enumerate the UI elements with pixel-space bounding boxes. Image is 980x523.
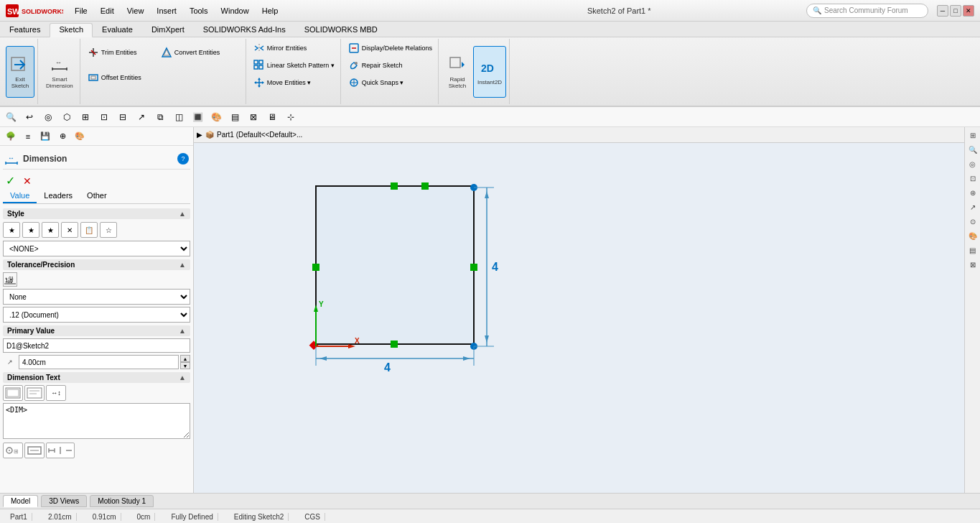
rsb-btn-7[interactable]: ⊙ (966, 215, 979, 228)
minimize-button[interactable]: ─ (937, 5, 948, 17)
view-tab-model[interactable]: Model (3, 495, 38, 507)
precision-dropdown[interactable]: .12 (Document) (3, 307, 190, 323)
tab-sketch[interactable]: Sketch (50, 23, 93, 37)
menu-tools[interactable]: Tools (184, 5, 214, 17)
quick-snaps-button[interactable]: Quick Snaps ▾ (345, 75, 407, 91)
dimension-name-input[interactable] (3, 338, 190, 353)
dim-icon-btn-3[interactable]: ↔↕ (46, 385, 66, 401)
dim-text-area[interactable]: <DIM> (3, 403, 190, 439)
view-toolbar-btn-4[interactable]: ⬡ (59, 109, 75, 125)
smart-dimension-button[interactable]: ↔ Smart Dimension (42, 46, 77, 98)
tab-dimxpert[interactable]: DimXpert (142, 23, 194, 37)
style-section-header[interactable]: Style ▲ (3, 208, 190, 219)
dim-icon-btn-4[interactable]: ⊞ (3, 443, 23, 458)
panel-btn-tree[interactable]: 🌳 (3, 129, 19, 144)
offset-entities-button[interactable]: Offset Entities (85, 70, 157, 85)
spin-up-button[interactable]: ▲ (180, 355, 190, 362)
style-btn-empty[interactable]: ☆ (100, 222, 117, 238)
style-btn-3[interactable]: ★ (42, 222, 59, 238)
dim-icon-btn-1[interactable] (3, 385, 23, 401)
view-toolbar-btn-3[interactable]: ◎ (40, 109, 56, 125)
view-toolbar-btn-13[interactable]: ▤ (227, 109, 243, 125)
tab-features[interactable]: Features (0, 23, 50, 37)
left-panel: 🌳 ≡ 💾 ⊕ 🎨 ↔ Dimension ? ✓ ✕ (0, 127, 194, 493)
view-toolbar-btn-7[interactable]: ⊟ (115, 109, 131, 125)
menu-view[interactable]: View (121, 5, 150, 17)
menu-file[interactable]: File (69, 5, 93, 17)
mirror-entities-button[interactable]: Mirror Entities (251, 40, 310, 56)
dim-icon-btn-5[interactable] (24, 443, 45, 458)
tab-value[interactable]: Value (3, 189, 37, 203)
panel-btn-list[interactable]: ≡ (20, 129, 36, 144)
tolerance-icon-1[interactable]: 1.5+.01-.01 (3, 272, 17, 287)
linear-sketch-pattern-button[interactable]: Linear Sketch Pattern ▾ (251, 57, 337, 73)
help-button[interactable]: ? (177, 153, 189, 165)
tree-icon: 📦 (205, 131, 214, 139)
view-toolbar-btn-12[interactable]: 🎨 (208, 109, 224, 125)
view-toolbar-btn-6[interactable]: ⊡ (96, 109, 112, 125)
style-btn-copy[interactable]: 📋 (80, 222, 98, 238)
style-btn-1[interactable]: ★ (3, 222, 20, 238)
view-toolbar-btn-2[interactable]: ↩ (22, 109, 37, 125)
menu-insert[interactable]: Insert (151, 5, 182, 17)
style-btn-delete[interactable]: ✕ (61, 222, 78, 238)
view-tab-3d[interactable]: 3D Views (41, 495, 87, 507)
rsb-btn-1[interactable]: ⊞ (966, 129, 979, 142)
menu-edit[interactable]: Edit (95, 5, 120, 17)
accept-button[interactable]: ✓ (6, 175, 15, 187)
tree-header-arrow[interactable]: ▶ (197, 131, 202, 139)
rsb-btn-3[interactable]: ◎ (966, 157, 979, 170)
search-box[interactable]: 🔍 Search Community Forum (806, 4, 928, 18)
spin-down-button[interactable]: ▼ (180, 362, 190, 369)
style-dropdown[interactable]: <NONE> (3, 241, 190, 256)
ribbon-group-dimension: ↔ Smart Dimension (39, 39, 80, 104)
rsb-btn-6[interactable]: ↗ (966, 200, 979, 213)
view-toolbar-btn-9[interactable]: ⧉ (152, 109, 168, 125)
panel-btn-add[interactable]: ⊕ (55, 129, 70, 144)
exit-sketch-button[interactable]: Exit Sketch (6, 46, 34, 98)
panel-btn-save[interactable]: 💾 (37, 129, 53, 144)
value-input[interactable] (19, 355, 179, 369)
repair-sketch-button[interactable]: Repair Sketch (345, 57, 406, 73)
rsb-btn-9[interactable]: ▤ (966, 244, 979, 256)
tab-evaluate[interactable]: Evaluate (93, 23, 142, 37)
tab-leaders[interactable]: Leaders (37, 189, 80, 203)
rsb-btn-10[interactable]: ⊠ (966, 258, 979, 271)
instant2d-button[interactable]: 2D Instant2D (473, 46, 506, 98)
dim-text-section-header[interactable]: Dimension Text ▲ (3, 372, 190, 383)
view-toolbar-btn-10[interactable]: ◫ (171, 109, 187, 125)
reject-button[interactable]: ✕ (23, 175, 32, 187)
view-toolbar-btn-14[interactable]: ⊠ (246, 109, 261, 125)
tab-addins[interactable]: SOLIDWORKS Add-Ins (194, 23, 295, 37)
dim-icon-btn-2[interactable] (24, 385, 45, 401)
menu-help[interactable]: Help (256, 5, 284, 17)
tolerance-section-header[interactable]: Tolerance/Precision ▲ (3, 259, 190, 270)
view-toolbar-btn-8[interactable]: ↗ (134, 109, 149, 125)
primary-value-section-header[interactable]: Primary Value ▲ (3, 325, 190, 336)
tolerance-type-dropdown[interactable]: None (3, 289, 190, 305)
view-toolbar-btn-11[interactable]: 🔳 (190, 109, 205, 125)
tab-other[interactable]: Other (80, 189, 114, 203)
trim-entities-button[interactable]: Trim Entities (85, 45, 157, 60)
display-delete-relations-button[interactable]: Display/Delete Relations (345, 40, 435, 56)
panel-btn-color[interactable]: 🎨 (72, 129, 88, 144)
style-btn-2[interactable]: ★ (22, 222, 39, 238)
rsb-btn-5[interactable]: ⊛ (966, 186, 979, 199)
view-toolbar-btn-5[interactable]: ⊞ (78, 109, 93, 125)
view-tab-motion[interactable]: Motion Study 1 (90, 495, 154, 507)
rsb-btn-8[interactable]: 🎨 (966, 229, 979, 242)
rapid-sketch-button[interactable]: Rapid Sketch (443, 46, 472, 98)
view-toolbar-btn-1[interactable]: 🔍 (3, 109, 19, 125)
rsb-btn-4[interactable]: ⊡ (966, 172, 979, 185)
close-button[interactable]: ✕ (963, 5, 974, 17)
rsb-btn-2[interactable]: 🔍 (966, 143, 979, 156)
convert-entities-button[interactable]: Convert Entities (158, 45, 237, 60)
maximize-button[interactable]: □ (950, 5, 961, 17)
view-toolbar-btn-15[interactable]: 🖥 (264, 109, 280, 125)
dim-icon-btn-6[interactable] (46, 443, 75, 458)
canvas[interactable]: 4 4 Y X (194, 143, 964, 493)
move-entities-button[interactable]: Move Entities ▾ (251, 75, 314, 91)
tab-mbd[interactable]: SOLIDWORKS MBD (295, 23, 387, 37)
view-toolbar-btn-16[interactable]: ⊹ (283, 109, 299, 125)
menu-window[interactable]: Window (215, 5, 255, 17)
